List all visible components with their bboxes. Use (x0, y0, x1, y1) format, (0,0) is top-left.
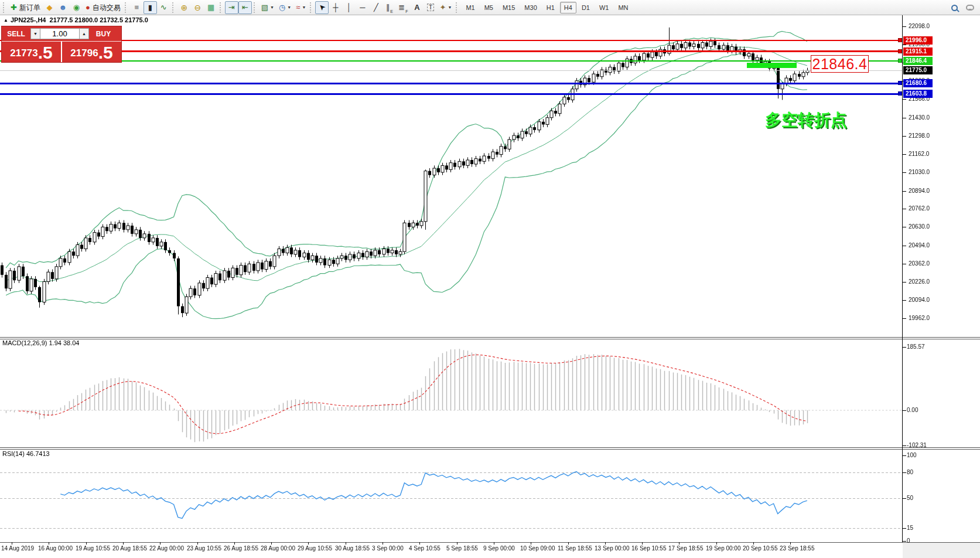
horizontal-line-object[interactable] (0, 60, 902, 62)
crosshair-icon: ┼ (333, 4, 338, 11)
time-axis-label: 28 Aug 00:00 (261, 545, 295, 552)
buy-button[interactable]: BUY (89, 30, 118, 38)
indicators-icon: ≈ (296, 4, 300, 11)
channel-button[interactable]: ∥E (383, 1, 396, 14)
time-axis-label: 29 Aug 10:55 (298, 545, 332, 552)
chevron-down-icon[interactable]: ▼ (270, 5, 274, 9)
timeframe-m15-button[interactable]: M15 (498, 2, 519, 13)
volume-input[interactable]: 1.00 (40, 28, 79, 39)
buy-price[interactable]: 21796.5 (61, 42, 121, 62)
time-tick (642, 542, 643, 545)
trendline-button[interactable]: ╱ (369, 1, 383, 14)
line-end-marker[interactable] (898, 91, 902, 96)
chart-shift-icon: ⇤ (242, 4, 248, 11)
volume-up-button[interactable]: ▲ (79, 28, 89, 39)
time-tick (160, 542, 161, 545)
panel-separator (0, 339, 980, 339)
sell-button[interactable]: SELL (2, 30, 30, 38)
chevron-down-icon[interactable]: ▼ (287, 5, 291, 9)
timeframe-h1-button[interactable]: H1 (542, 2, 559, 13)
tile-windows-button[interactable]: ▦ (204, 1, 218, 14)
price-tick-label: 21298.0 (909, 132, 930, 139)
price-tick (903, 318, 906, 319)
price-tick (903, 209, 906, 209)
volume-down-button[interactable]: ▼ (30, 28, 40, 39)
text-button[interactable]: A (411, 1, 424, 14)
line-end-marker[interactable] (898, 49, 902, 53)
line-chart-button[interactable]: ∿ (157, 1, 170, 14)
horizontal-line-object[interactable] (0, 70, 902, 71)
signals-button[interactable]: ◉ (70, 1, 83, 14)
crosshair-button[interactable]: ┼ (329, 1, 342, 14)
charts-button[interactable]: ◆ (43, 1, 56, 14)
horizontal-line-object[interactable] (0, 93, 902, 95)
indicators-button[interactable]: ≈▼ (293, 1, 308, 14)
horizontal-line-object[interactable] (0, 40, 902, 41)
collapse-icon[interactable]: ▲ (4, 18, 8, 23)
time-axis-label: 23 Sep 18:55 (780, 545, 815, 552)
timeframe-m1-button[interactable]: M1 (462, 2, 479, 13)
toolbar-group-handle[interactable] (220, 2, 223, 13)
bar-chart-icon: ≡ (134, 4, 139, 11)
new-order-button[interactable]: ✚新订单 (8, 1, 43, 14)
panel-separator (0, 337, 980, 338)
chat-icon[interactable] (966, 5, 974, 11)
highlight-rectangle-object[interactable] (747, 63, 797, 68)
price-axis-line[interactable] (902, 15, 903, 542)
chart-shift-button[interactable]: ⇤ (238, 1, 252, 14)
trendline-icon: ╱ (374, 4, 378, 11)
horizontal-line-object[interactable] (0, 83, 902, 84)
horizontal-line-object[interactable] (0, 50, 902, 52)
toolbar-group-handle[interactable] (310, 2, 313, 13)
time-axis-label: 3 Sep 00:00 (372, 545, 404, 552)
timeframe-mn-button[interactable]: MN (614, 2, 632, 13)
price-tick (903, 300, 906, 301)
line-end-marker[interactable] (898, 38, 902, 42)
new-chart-button[interactable]: ▧▼ (259, 1, 276, 14)
rsi-tick (903, 528, 906, 529)
price-callout-box[interactable]: 21846.4 (811, 55, 869, 73)
label-button[interactable]: T (424, 1, 438, 14)
profiles-button[interactable]: ◷▼ (276, 1, 293, 14)
line-end-marker[interactable] (898, 81, 902, 85)
time-tick (383, 542, 383, 545)
toolbar-group-handle[interactable] (125, 2, 128, 13)
toolbar-group-handle[interactable] (3, 2, 6, 13)
chevron-down-icon[interactable]: ▼ (302, 5, 306, 9)
search-icon[interactable] (951, 5, 958, 11)
bar-chart-button[interactable]: ≡ (130, 1, 144, 14)
timeframe-w1-button[interactable]: W1 (595, 2, 613, 13)
new-order-icon: ✚ (11, 4, 17, 11)
time-axis-label: 9 Sep 00:00 (483, 545, 515, 552)
timeframe-m5-button[interactable]: M5 (480, 2, 497, 13)
timeframe-h4-button[interactable]: H4 (560, 2, 576, 13)
price-tick-label: 20630.0 (909, 223, 930, 230)
timeframe-d1-button[interactable]: D1 (578, 2, 594, 13)
toolbar-right-icons (951, 0, 974, 15)
zoom-out-button[interactable]: ⊖ (191, 1, 204, 14)
toolbar-group-handle[interactable] (254, 2, 257, 13)
autotrading-button[interactable]: ●自动交易 (83, 1, 123, 14)
main-toolbar: ✚新订单◆☻◉●自动交易≡▮∿⊕⊖▦⇥⇤▧▼◷▼≈▼➤┼│─╱∥E≣FAT✦▼M… (0, 0, 980, 15)
time-tick (12, 542, 12, 545)
sell-price[interactable]: 21773.5 (2, 42, 61, 62)
arrows-button[interactable]: ✦▼ (438, 1, 455, 14)
zoom-in-button[interactable]: ⊕ (177, 1, 191, 14)
line-end-marker[interactable] (898, 59, 902, 63)
toolbar-group-handle[interactable] (456, 2, 459, 13)
chevron-down-icon[interactable]: ▼ (448, 5, 452, 9)
auto-scroll-button[interactable]: ⇥ (225, 1, 238, 14)
vertical-line-button[interactable]: │ (342, 1, 356, 14)
time-tick (271, 542, 272, 545)
community-button[interactable]: ☻ (56, 1, 70, 14)
price-tick (903, 246, 906, 246)
horizontal-line-button[interactable]: ─ (356, 1, 369, 14)
zoom-out-icon: ⊖ (194, 4, 201, 12)
turning-point-annotation[interactable]: 多空转折点 (765, 109, 847, 131)
fibonacci-button[interactable]: ≣F (396, 1, 410, 14)
candle-chart-button[interactable]: ▮ (144, 1, 157, 14)
time-axis-label: 20 Sep 10:55 (743, 545, 778, 552)
toolbar-group-handle[interactable] (172, 2, 175, 13)
cursor-button[interactable]: ➤ (315, 1, 329, 14)
timeframe-m30-button[interactable]: M30 (520, 2, 541, 13)
